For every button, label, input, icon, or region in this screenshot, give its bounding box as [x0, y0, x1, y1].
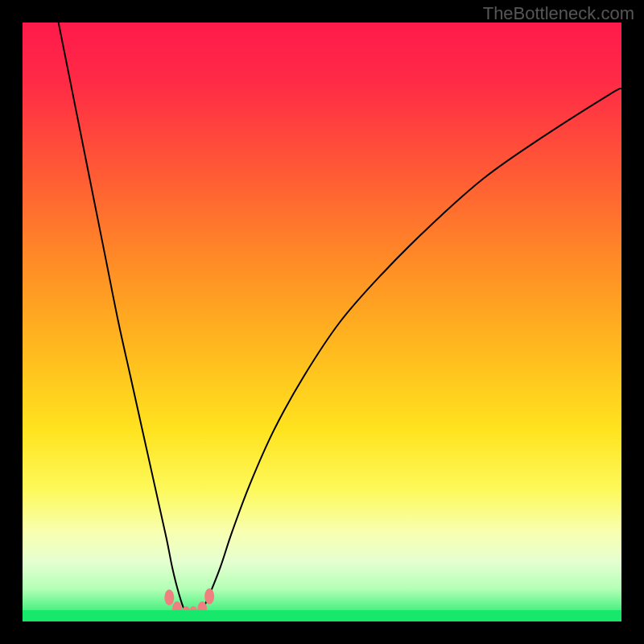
curve-marker [204, 588, 214, 605]
chart-frame: TheBottleneck.com [0, 0, 644, 644]
markers-layer [23, 23, 621, 621]
watermark-text: TheBottleneck.com [483, 3, 634, 24]
green-baseline-strip [23, 610, 621, 621]
plot-area [23, 23, 621, 621]
curve-marker [164, 589, 174, 605]
